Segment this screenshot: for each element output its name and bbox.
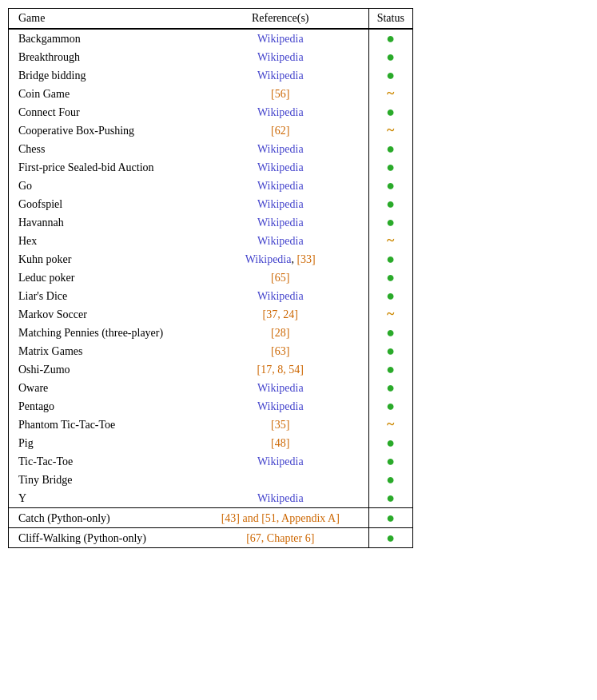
- citation-link[interactable]: [63]: [271, 345, 289, 357]
- games-table-container: Game Reference(s) Status Backgammon Wiki…: [8, 8, 413, 548]
- status-cell: ●: [368, 66, 412, 85]
- table-row: Pig [48] ●: [9, 434, 412, 452]
- wikipedia-link[interactable]: Wikipedia: [257, 235, 304, 247]
- reference-cell: Wikipedia: [193, 66, 368, 85]
- status-cell: ●: [368, 268, 412, 287]
- status-green-icon: ●: [386, 104, 395, 120]
- game-name: Leduc poker: [9, 268, 193, 287]
- wikipedia-link[interactable]: Wikipedia: [257, 180, 304, 192]
- wikipedia-link[interactable]: Wikipedia: [257, 198, 304, 210]
- wikipedia-link[interactable]: Wikipedia: [257, 161, 304, 173]
- citation-link[interactable]: [28]: [271, 327, 289, 339]
- citation-link[interactable]: [56]: [271, 88, 289, 100]
- table-row: Tic-Tac-Toe Wikipedia ●: [9, 452, 412, 471]
- reference-cell: Wikipedia: [193, 397, 368, 416]
- citation-link[interactable]: [43] and [51, Appendix A]: [221, 512, 340, 524]
- table-row: Cooperative Box-Pushing [62] ~: [9, 121, 412, 140]
- table-row: Go Wikipedia ●: [9, 177, 412, 195]
- table-row: Coin Game [56] ~: [9, 85, 412, 103]
- game-name: Breakthrough: [9, 48, 193, 66]
- citation-link[interactable]: [37, 24]: [263, 308, 298, 320]
- status-tilde-icon: ~: [387, 122, 394, 138]
- status-cell: ●: [368, 342, 412, 360]
- status-green-icon: ●: [386, 251, 395, 267]
- citation-link[interactable]: [65]: [271, 272, 289, 284]
- game-name: Phantom Tic-Tac-Toe: [9, 416, 193, 434]
- reference-cell: [65]: [193, 268, 368, 287]
- table-row: Y Wikipedia ●: [9, 489, 412, 508]
- table-row: Oshi-Zumo [17, 8, 54] ●: [9, 360, 412, 379]
- game-name: Bridge bidding: [9, 66, 193, 85]
- status-cell: ●: [368, 213, 412, 232]
- status-cell: ●: [368, 528, 412, 548]
- game-name: Matrix Games: [9, 342, 193, 360]
- wikipedia-link[interactable]: Wikipedia: [257, 455, 304, 467]
- status-green-icon: ●: [386, 471, 395, 487]
- wikipedia-link[interactable]: Wikipedia: [257, 51, 304, 63]
- reference-cell: Wikipedia: [193, 195, 368, 213]
- wikipedia-link[interactable]: Wikipedia: [257, 143, 304, 155]
- table-row: Breakthrough Wikipedia ●: [9, 48, 412, 66]
- game-name: Kuhn poker: [9, 250, 193, 268]
- game-name: Oshi-Zumo: [9, 360, 193, 379]
- reference-cell: [28]: [193, 324, 368, 342]
- status-cell: ●: [368, 397, 412, 416]
- citation-link[interactable]: [33]: [297, 253, 315, 265]
- game-name: Markov Soccer: [9, 305, 193, 324]
- wikipedia-link[interactable]: Wikipedia: [257, 290, 304, 302]
- wikipedia-link[interactable]: Wikipedia: [257, 382, 304, 394]
- status-cell: ●: [368, 287, 412, 305]
- status-tilde-icon: ~: [387, 416, 394, 432]
- table-row: Catch (Python-only) [43] and [51, Append…: [9, 508, 412, 528]
- citation-link[interactable]: [35]: [271, 419, 289, 431]
- status-cell: ●: [368, 29, 412, 48]
- status-cell: ●: [368, 140, 412, 158]
- status-green-icon: ●: [386, 380, 395, 396]
- status-cell: ●: [368, 452, 412, 471]
- status-cell: ~: [368, 121, 412, 140]
- reference-cell: Wikipedia: [193, 379, 368, 397]
- table-row: Markov Soccer [37, 24] ~: [9, 305, 412, 324]
- wikipedia-link[interactable]: Wikipedia: [257, 217, 304, 229]
- game-name: Goofspiel: [9, 195, 193, 213]
- table-row: Phantom Tic-Tac-Toe [35] ~: [9, 416, 412, 434]
- citation-link[interactable]: [62]: [271, 125, 289, 137]
- table-row: Pentago Wikipedia ●: [9, 397, 412, 416]
- wikipedia-link[interactable]: Wikipedia: [257, 70, 304, 82]
- status-green-icon: ●: [386, 398, 395, 414]
- reference-cell: [63]: [193, 342, 368, 360]
- table-row: Havannah Wikipedia ●: [9, 213, 412, 232]
- table-row: Leduc poker [65] ●: [9, 268, 412, 287]
- wikipedia-link[interactable]: Wikipedia: [245, 253, 292, 265]
- wikipedia-link[interactable]: Wikipedia: [257, 33, 304, 45]
- status-tilde-icon: ~: [387, 86, 394, 101]
- status-green-icon: ●: [386, 343, 395, 359]
- citation-link[interactable]: [48]: [271, 437, 289, 449]
- reference-cell: [67, Chapter 6]: [193, 528, 368, 548]
- status-green-icon: ●: [386, 196, 395, 212]
- table-row: Cliff-Walking (Python-only) [67, Chapter…: [9, 528, 412, 548]
- game-name: Pentago: [9, 397, 193, 416]
- table-row: Matrix Games [63] ●: [9, 342, 412, 360]
- game-name: Oware: [9, 379, 193, 397]
- status-green-icon: ●: [386, 49, 395, 65]
- status-cell: ●: [368, 158, 412, 177]
- status-cell: ●: [368, 360, 412, 379]
- wikipedia-link[interactable]: Wikipedia: [257, 400, 304, 412]
- game-name: Catch (Python-only): [9, 508, 193, 528]
- citation-link[interactable]: [17, 8, 54]: [257, 364, 304, 376]
- reference-cell: [17, 8, 54]: [193, 360, 368, 379]
- game-name: Cooperative Box-Pushing: [9, 121, 193, 140]
- wikipedia-link[interactable]: Wikipedia: [257, 492, 304, 504]
- reference-cell: [37, 24]: [193, 305, 368, 324]
- status-green-icon: ●: [386, 141, 395, 157]
- game-name: Hex: [9, 232, 193, 250]
- table-row: Connect Four Wikipedia ●: [9, 103, 412, 121]
- status-green-icon: ●: [386, 361, 395, 377]
- game-name: Go: [9, 177, 193, 195]
- table-row: Liar's Dice Wikipedia ●: [9, 287, 412, 305]
- wikipedia-link[interactable]: Wikipedia: [257, 106, 304, 118]
- citation-link[interactable]: [67, Chapter 6]: [246, 532, 314, 544]
- game-name: Matching Pennies (three-player): [9, 324, 193, 342]
- status-cell: ●: [368, 471, 412, 489]
